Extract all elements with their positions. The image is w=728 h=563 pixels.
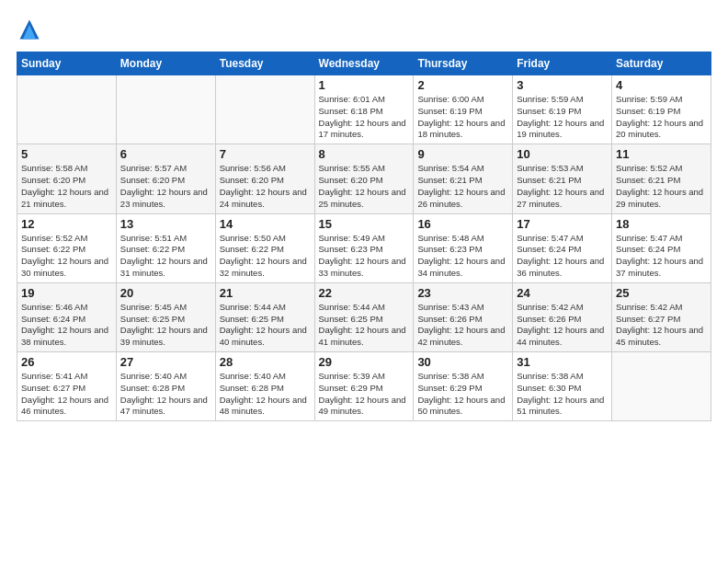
day-info: Sunrise: 5:50 AMSunset: 6:22 PMDaylight:… [220,233,311,280]
day-info: Sunrise: 5:46 AMSunset: 6:24 PMDaylight:… [21,302,112,349]
day-cell: 30Sunrise: 5:38 AMSunset: 6:29 PMDayligh… [414,352,513,421]
day-info: Sunrise: 5:39 AMSunset: 6:29 PMDaylight:… [319,371,410,418]
day-cell: 15Sunrise: 5:49 AMSunset: 6:23 PMDayligh… [314,213,414,282]
calendar: SundayMondayTuesdayWednesdayThursdayFrid… [17,52,711,421]
day-cell: 10Sunrise: 5:53 AMSunset: 6:21 PMDayligh… [513,144,612,213]
day-cell [215,75,314,144]
day-cell: 23Sunrise: 5:43 AMSunset: 6:26 PMDayligh… [414,282,513,351]
day-cell: 1Sunrise: 6:01 AMSunset: 6:18 PMDaylight… [314,75,414,144]
day-cell: 3Sunrise: 5:59 AMSunset: 6:19 PMDaylight… [513,75,612,144]
day-info: Sunrise: 5:43 AMSunset: 6:26 PMDaylight:… [417,302,508,349]
day-number: 12 [21,217,112,231]
day-info: Sunrise: 5:42 AMSunset: 6:26 PMDaylight:… [517,302,608,349]
day-cell: 22Sunrise: 5:44 AMSunset: 6:25 PMDayligh… [314,282,414,351]
day-cell: 6Sunrise: 5:57 AMSunset: 6:20 PMDaylight… [116,144,215,213]
day-cell: 18Sunrise: 5:47 AMSunset: 6:24 PMDayligh… [612,213,711,282]
day-number: 3 [517,78,608,92]
day-cell: 11Sunrise: 5:52 AMSunset: 6:21 PMDayligh… [612,144,711,213]
weekday-header-sunday: Sunday [17,52,117,75]
day-cell: 4Sunrise: 5:59 AMSunset: 6:19 PMDaylight… [612,75,711,144]
day-number: 22 [319,286,410,300]
day-number: 28 [220,355,311,369]
day-number: 4 [616,78,707,92]
weekday-header-thursday: Thursday [414,52,513,75]
day-number: 13 [120,217,211,231]
day-number: 19 [21,286,112,300]
week-row-2: 5Sunrise: 5:58 AMSunset: 6:20 PMDaylight… [17,144,711,213]
day-info: Sunrise: 5:49 AMSunset: 6:23 PMDaylight:… [319,233,410,280]
day-info: Sunrise: 5:40 AMSunset: 6:28 PMDaylight:… [220,371,311,418]
day-number: 24 [517,286,608,300]
day-cell: 20Sunrise: 5:45 AMSunset: 6:25 PMDayligh… [116,282,215,351]
day-info: Sunrise: 5:48 AMSunset: 6:23 PMDaylight:… [417,233,508,280]
day-number: 26 [21,355,112,369]
day-info: Sunrise: 5:55 AMSunset: 6:20 PMDaylight:… [319,163,410,210]
day-cell [612,352,711,421]
day-cell: 27Sunrise: 5:40 AMSunset: 6:28 PMDayligh… [116,352,215,421]
day-cell: 2Sunrise: 6:00 AMSunset: 6:19 PMDaylight… [414,75,513,144]
day-info: Sunrise: 5:47 AMSunset: 6:24 PMDaylight:… [616,233,707,280]
day-info: Sunrise: 5:59 AMSunset: 6:19 PMDaylight:… [517,94,608,141]
day-info: Sunrise: 5:52 AMSunset: 6:21 PMDaylight:… [616,163,707,210]
day-number: 21 [220,286,311,300]
day-info: Sunrise: 5:53 AMSunset: 6:21 PMDaylight:… [517,163,608,210]
day-number: 1 [319,78,410,92]
day-info: Sunrise: 6:01 AMSunset: 6:18 PMDaylight:… [319,94,410,141]
day-cell: 17Sunrise: 5:47 AMSunset: 6:24 PMDayligh… [513,213,612,282]
day-cell: 29Sunrise: 5:39 AMSunset: 6:29 PMDayligh… [314,352,414,421]
day-info: Sunrise: 5:58 AMSunset: 6:20 PMDaylight:… [21,163,112,210]
day-number: 27 [120,355,211,369]
day-cell: 25Sunrise: 5:42 AMSunset: 6:27 PMDayligh… [612,282,711,351]
day-cell: 24Sunrise: 5:42 AMSunset: 6:26 PMDayligh… [513,282,612,351]
weekday-header-tuesday: Tuesday [215,52,314,75]
day-number: 10 [517,147,608,161]
day-number: 5 [21,147,112,161]
day-number: 18 [616,217,707,231]
day-number: 14 [220,217,311,231]
day-number: 23 [417,286,508,300]
day-cell: 16Sunrise: 5:48 AMSunset: 6:23 PMDayligh… [414,213,513,282]
day-number: 30 [417,355,508,369]
weekday-header-wednesday: Wednesday [314,52,414,75]
day-cell: 12Sunrise: 5:52 AMSunset: 6:22 PMDayligh… [17,213,117,282]
day-info: Sunrise: 5:38 AMSunset: 6:30 PMDaylight:… [517,371,608,418]
day-info: Sunrise: 5:56 AMSunset: 6:20 PMDaylight:… [220,163,311,210]
day-cell [17,75,117,144]
day-info: Sunrise: 6:00 AMSunset: 6:19 PMDaylight:… [417,94,508,141]
day-info: Sunrise: 5:40 AMSunset: 6:28 PMDaylight:… [120,371,211,418]
weekday-header-friday: Friday [513,52,612,75]
day-cell: 21Sunrise: 5:44 AMSunset: 6:25 PMDayligh… [215,282,314,351]
day-number: 11 [616,147,707,161]
day-info: Sunrise: 5:42 AMSunset: 6:27 PMDaylight:… [616,302,707,349]
day-cell: 9Sunrise: 5:54 AMSunset: 6:21 PMDaylight… [414,144,513,213]
week-row-3: 12Sunrise: 5:52 AMSunset: 6:22 PMDayligh… [17,213,711,282]
weekday-header-row: SundayMondayTuesdayWednesdayThursdayFrid… [17,52,711,75]
day-info: Sunrise: 5:44 AMSunset: 6:25 PMDaylight:… [319,302,410,349]
day-number: 6 [120,147,211,161]
day-cell: 5Sunrise: 5:58 AMSunset: 6:20 PMDaylight… [17,144,117,213]
week-row-5: 26Sunrise: 5:41 AMSunset: 6:27 PMDayligh… [17,352,711,421]
week-row-1: 1Sunrise: 6:01 AMSunset: 6:18 PMDaylight… [17,75,711,144]
day-info: Sunrise: 5:38 AMSunset: 6:29 PMDaylight:… [417,371,508,418]
day-cell: 26Sunrise: 5:41 AMSunset: 6:27 PMDayligh… [17,352,117,421]
day-cell: 19Sunrise: 5:46 AMSunset: 6:24 PMDayligh… [17,282,117,351]
day-number: 25 [616,286,707,300]
day-number: 8 [319,147,410,161]
day-cell: 7Sunrise: 5:56 AMSunset: 6:20 PMDaylight… [215,144,314,213]
weekday-header-saturday: Saturday [612,52,711,75]
logo-icon [17,17,42,42]
day-info: Sunrise: 5:41 AMSunset: 6:27 PMDaylight:… [21,371,112,418]
week-row-4: 19Sunrise: 5:46 AMSunset: 6:24 PMDayligh… [17,282,711,351]
day-number: 29 [319,355,410,369]
day-info: Sunrise: 5:52 AMSunset: 6:22 PMDaylight:… [21,233,112,280]
day-number: 17 [517,217,608,231]
day-number: 16 [417,217,508,231]
day-info: Sunrise: 5:45 AMSunset: 6:25 PMDaylight:… [120,302,211,349]
day-info: Sunrise: 5:51 AMSunset: 6:22 PMDaylight:… [120,233,211,280]
day-cell: 28Sunrise: 5:40 AMSunset: 6:28 PMDayligh… [215,352,314,421]
day-cell: 8Sunrise: 5:55 AMSunset: 6:20 PMDaylight… [314,144,414,213]
header [17,17,711,42]
day-info: Sunrise: 5:59 AMSunset: 6:19 PMDaylight:… [616,94,707,141]
day-number: 2 [417,78,508,92]
day-cell [116,75,215,144]
